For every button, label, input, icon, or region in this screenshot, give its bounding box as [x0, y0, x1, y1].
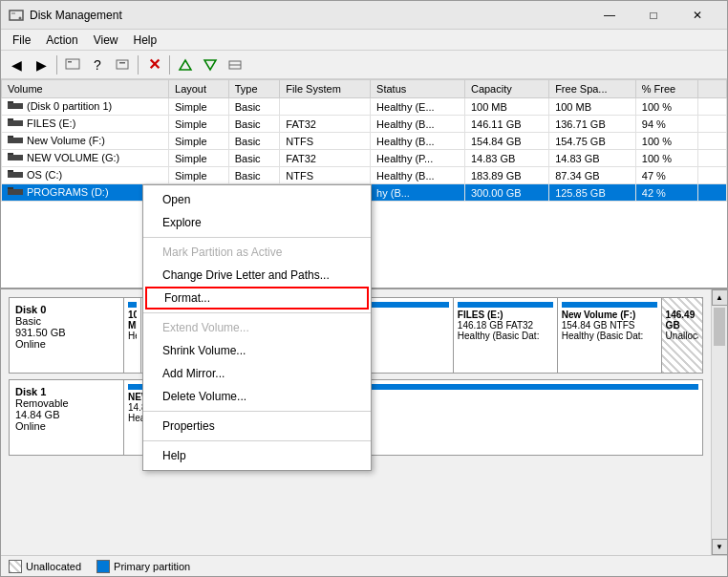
- col-pct[interactable]: % Free: [635, 80, 697, 98]
- scroll-up-button[interactable]: ▲: [712, 289, 728, 306]
- toolbar-btn-8[interactable]: [174, 53, 197, 76]
- partition-0-3[interactable]: FILES (E:)146.18 GB FAT32Healthy (Basic …: [454, 298, 558, 373]
- toolbar-btn-9[interactable]: [199, 53, 222, 76]
- scroll-thumb: [714, 308, 725, 346]
- ctx-item-change-drive-letter-and-paths[interactable]: Change Drive Letter and Paths...: [143, 264, 371, 287]
- ctx-item-properties[interactable]: Properties: [143, 415, 371, 438]
- ctx-item-explore[interactable]: Explore: [143, 211, 371, 234]
- table-cell: 154.75 GB: [549, 133, 636, 150]
- toolbar-btn-10[interactable]: [224, 53, 246, 76]
- svg-rect-11: [8, 103, 23, 109]
- table-row[interactable]: NEW VOLUME (G:)SimpleBasicFAT32Healthy (…: [2, 150, 727, 167]
- col-layout[interactable]: Layout: [169, 80, 229, 98]
- table-cell: 300.00 GB: [464, 184, 548, 202]
- toolbar: ◀ ▶ ? ✕: [1, 51, 727, 79]
- delete-button[interactable]: ✕: [142, 53, 165, 76]
- window-title: Disk Management: [30, 9, 588, 22]
- menu-help[interactable]: Help: [126, 32, 165, 49]
- toolbar-btn-3[interactable]: [61, 53, 84, 76]
- table-cell: New Volume (F:): [2, 133, 169, 150]
- menu-file[interactable]: File: [5, 32, 38, 49]
- table-cell: Basic: [228, 150, 280, 167]
- table-cell: 100 MB: [464, 98, 548, 116]
- svg-rect-22: [8, 187, 13, 189]
- ctx-item-help[interactable]: Help: [143, 444, 371, 467]
- col-type[interactable]: Type: [228, 80, 280, 98]
- ctx-separator: [143, 411, 371, 412]
- menu-action[interactable]: Action: [38, 32, 85, 49]
- partition-header-0-4: [562, 302, 657, 308]
- forward-button[interactable]: ▶: [30, 53, 53, 76]
- svg-rect-13: [8, 120, 23, 126]
- table-cell: NTFS: [280, 167, 371, 184]
- scroll-track: [712, 306, 727, 539]
- menu-view[interactable]: View: [86, 32, 126, 49]
- help-button[interactable]: ?: [86, 53, 109, 76]
- partition-0-4[interactable]: New Volume (F:)154.84 GB NTFSHealthy (Ba…: [558, 298, 662, 373]
- partition-text-0-4: New Volume (F:)154.84 GB NTFSHealthy (Ba…: [562, 310, 657, 341]
- back-button[interactable]: ◀: [5, 53, 28, 76]
- table-cell: FAT32: [280, 116, 371, 133]
- col-filesystem[interactable]: File System: [280, 80, 371, 98]
- svg-rect-5: [117, 60, 128, 69]
- svg-rect-12: [8, 101, 13, 103]
- vertical-scrollbar[interactable]: ▲ ▼: [711, 289, 727, 555]
- table-cell: 87.34 GB: [549, 167, 636, 184]
- minimize-button[interactable]: —: [588, 1, 632, 30]
- col-status[interactable]: Status: [371, 80, 465, 98]
- svg-rect-18: [8, 153, 13, 155]
- ctx-separator: [143, 237, 371, 238]
- ctx-item-add-mirror[interactable]: Add Mirror...: [143, 362, 371, 385]
- svg-rect-17: [8, 155, 23, 160]
- toolbar-btn-5[interactable]: [111, 53, 134, 76]
- table-cell: 100 %: [635, 150, 697, 167]
- maximize-button[interactable]: □: [632, 1, 675, 30]
- legend-unallocated-box: [9, 560, 22, 573]
- table-row[interactable]: OS (C:)SimpleBasicNTFSHealthy (B...183.8…: [2, 167, 727, 184]
- table-cell: Healthy (B...: [371, 116, 465, 133]
- table-cell: [280, 98, 371, 116]
- scroll-down-button[interactable]: ▼: [712, 539, 728, 555]
- table-cell: Healthy (B...: [371, 133, 465, 150]
- col-free[interactable]: Free Spa...: [549, 80, 636, 98]
- ctx-separator: [143, 312, 371, 313]
- partition-header-0-3: [458, 302, 553, 308]
- table-cell: 100 %: [635, 133, 697, 150]
- ctx-item-shrink-volume[interactable]: Shrink Volume...: [143, 339, 371, 362]
- table-cell: 154.84 GB: [464, 133, 548, 150]
- table-cell: Healthy (E...: [371, 98, 465, 116]
- table-cell: OS (C:): [2, 167, 169, 184]
- status-bar: Unallocated Primary partition: [1, 555, 727, 576]
- legend-primary: Primary partition: [96, 560, 190, 573]
- table-cell: Basic: [228, 98, 280, 116]
- svg-rect-6: [119, 62, 125, 64]
- table-cell: NTFS: [280, 133, 371, 150]
- table-cell: 100 MB: [549, 98, 636, 116]
- table-row[interactable]: New Volume (F:)SimpleBasicNTFSHealthy (B…: [2, 133, 727, 150]
- legend-unallocated: Unallocated: [9, 560, 81, 573]
- table-row[interactable]: FILES (E:)SimpleBasicFAT32Healthy (B...1…: [2, 116, 727, 133]
- col-capacity[interactable]: Capacity: [464, 80, 548, 98]
- separator-3: [169, 55, 170, 75]
- close-button[interactable]: ✕: [675, 1, 719, 30]
- legend-primary-label: Primary partition: [114, 561, 190, 572]
- table-row[interactable]: (Disk 0 partition 1)SimpleBasicHealthy (…: [2, 98, 727, 116]
- main-window: Disk Management — □ ✕ File Action View H…: [0, 0, 728, 577]
- table-cell: Healthy (P...: [371, 150, 465, 167]
- col-volume[interactable]: Volume: [2, 80, 169, 98]
- svg-point-2: [19, 16, 22, 19]
- ctx-item-open[interactable]: Open: [143, 188, 371, 211]
- partition-0-0[interactable]: 100 MBHeal: [124, 298, 141, 373]
- table-cell: Simple: [169, 98, 229, 116]
- ctx-item-delete-volume[interactable]: Delete Volume...: [143, 385, 371, 408]
- disk-label-1: Disk 1Removable14.84 GBOnline: [10, 380, 124, 455]
- legend-primary-box: [96, 560, 110, 573]
- ctx-item-format[interactable]: Format...: [145, 287, 369, 310]
- partition-0-5[interactable]: 146.49 GBUnallocated: [662, 298, 702, 373]
- table-cell: 183.89 GB: [464, 167, 548, 184]
- volume-table: Volume Layout Type File System Status Ca…: [1, 79, 727, 202]
- table-cell: NEW VOLUME (G:): [2, 150, 169, 167]
- table-cell: 47 %: [635, 167, 697, 184]
- svg-rect-20: [8, 170, 13, 172]
- partition-text-0-3: FILES (E:)146.18 GB FAT32Healthy (Basic …: [458, 310, 553, 341]
